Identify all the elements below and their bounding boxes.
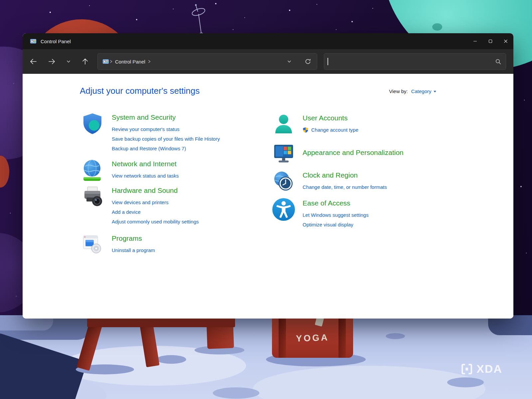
category-clock-and-region: Clock and Region Change date, time, or n… bbox=[271, 170, 387, 194]
link-let-windows-suggest[interactable]: Let Windows suggest settings bbox=[303, 210, 368, 220]
maximize-icon bbox=[488, 39, 492, 43]
category-title-user-accounts[interactable]: User Accounts bbox=[303, 113, 358, 123]
link-add-device[interactable]: Add a device bbox=[112, 207, 199, 217]
close-icon bbox=[504, 39, 508, 43]
category-user-accounts: User Accounts Change account type bbox=[271, 112, 358, 136]
category-system-and-security: System and Security Review your computer… bbox=[80, 112, 220, 153]
search-box[interactable] bbox=[324, 53, 506, 70]
programs-window-disc-icon[interactable] bbox=[80, 233, 105, 257]
breadcrumb-chevron-icon[interactable] bbox=[109, 60, 113, 64]
link-change-account-type[interactable]: Change account type bbox=[311, 125, 358, 135]
back-button[interactable] bbox=[27, 55, 40, 68]
category-title-appearance[interactable]: Appearance and Personalization bbox=[303, 148, 404, 158]
dropdown-caret-icon bbox=[434, 91, 436, 92]
view-by-value: Category bbox=[411, 88, 431, 94]
uac-shield-icon bbox=[303, 127, 309, 133]
up-button[interactable] bbox=[78, 55, 92, 68]
ease-of-access-person-icon[interactable] bbox=[271, 198, 296, 221]
link-uninstall-program[interactable]: Uninstall a program bbox=[112, 245, 155, 255]
minimize-button[interactable] bbox=[467, 33, 483, 49]
forward-icon bbox=[48, 58, 56, 65]
ground-spot bbox=[156, 355, 186, 364]
breadcrumb-item-control-panel[interactable]: Control Panel bbox=[115, 59, 145, 65]
suitcase-strap bbox=[279, 313, 286, 358]
address-bar[interactable]: Control Panel bbox=[97, 53, 317, 70]
xda-watermark-text: XDA bbox=[476, 362, 502, 375]
ground-spot bbox=[213, 387, 259, 399]
view-by-control: View by: Category bbox=[389, 88, 436, 94]
forward-button[interactable] bbox=[45, 55, 59, 68]
link-backup-restore[interactable]: Backup and Restore (Windows 7) bbox=[112, 144, 220, 153]
red-suitcase: YOGA bbox=[272, 313, 353, 358]
control-panel-home: Adjust your computer's settings View by:… bbox=[23, 74, 513, 319]
back-icon bbox=[30, 58, 37, 65]
hardware-printer-icon[interactable] bbox=[80, 185, 105, 209]
ground-spot bbox=[386, 333, 405, 339]
xda-logo-icon bbox=[461, 363, 473, 375]
link-file-history[interactable]: Save backup copies of your files with Fi… bbox=[112, 134, 220, 144]
category-title-system-security[interactable]: System and Security bbox=[112, 112, 220, 122]
page-title: Adjust your computer's settings bbox=[80, 86, 200, 96]
clock-globe-icon[interactable] bbox=[271, 170, 296, 194]
category-title-ease-of-access[interactable]: Ease of Access bbox=[303, 198, 368, 208]
window-title: Control Panel bbox=[41, 39, 71, 44]
suitcase-brand-label: YOGA bbox=[296, 332, 330, 344]
category-title-clock-region[interactable]: Clock and Region bbox=[303, 170, 387, 180]
control-panel-icon bbox=[30, 38, 37, 45]
category-ease-of-access: Ease of Access Let Windows suggest setti… bbox=[271, 198, 368, 229]
link-change-date-time-formats[interactable]: Change date, time, or number formats bbox=[303, 182, 387, 192]
desktop: YOGA XDA Control Panel bbox=[0, 0, 532, 399]
link-optimize-visual-display[interactable]: Optimize visual display bbox=[303, 220, 368, 229]
link-review-computer-status[interactable]: Review your computer's status bbox=[112, 124, 220, 134]
xda-watermark: XDA bbox=[461, 362, 502, 375]
user-accounts-person-icon[interactable] bbox=[271, 112, 296, 136]
category-hardware-and-sound: Hardware and Sound View devices and prin… bbox=[80, 185, 199, 226]
link-mobility-settings[interactable]: Adjust commonly used mobility settings bbox=[112, 217, 199, 226]
view-by-dropdown[interactable]: Category bbox=[411, 88, 436, 94]
control-panel-icon[interactable] bbox=[102, 58, 109, 65]
close-button[interactable] bbox=[498, 33, 513, 49]
system-security-shield-icon[interactable] bbox=[80, 112, 105, 136]
ground-spot bbox=[447, 377, 484, 387]
maximize-button[interactable] bbox=[483, 33, 498, 49]
refresh-icon bbox=[305, 59, 311, 65]
category-title-hardware-sound[interactable]: Hardware and Sound bbox=[112, 186, 199, 196]
recent-locations-button[interactable] bbox=[64, 55, 73, 68]
view-by-label: View by: bbox=[389, 88, 408, 94]
control-panel-window: Control Panel bbox=[23, 33, 513, 319]
address-dropdown-button[interactable] bbox=[284, 56, 295, 67]
window-controls bbox=[467, 33, 513, 49]
red-planet-sliver bbox=[0, 156, 9, 188]
up-arrow-icon bbox=[81, 58, 89, 65]
breadcrumb-chevron-icon[interactable] bbox=[147, 60, 151, 64]
category-network-and-internet: Network and Internet View network status… bbox=[80, 158, 179, 182]
change-account-type-row: Change account type bbox=[303, 125, 358, 135]
suitcase-strap bbox=[338, 313, 346, 358]
chevron-down-icon bbox=[287, 59, 292, 64]
category-title-network-internet[interactable]: Network and Internet bbox=[112, 159, 179, 169]
titlebar[interactable]: Control Panel bbox=[23, 33, 513, 49]
appearance-monitor-icon[interactable] bbox=[271, 142, 296, 166]
network-globe-icon[interactable] bbox=[80, 158, 105, 182]
address-bar-actions bbox=[284, 56, 314, 67]
stars bbox=[0, 0, 1, 1]
link-view-devices-printers[interactable]: View devices and printers bbox=[112, 198, 199, 207]
refresh-button[interactable] bbox=[302, 56, 314, 67]
planet-crater bbox=[432, 23, 442, 31]
category-appearance-personalization: Appearance and Personalization bbox=[271, 142, 404, 166]
minimize-icon bbox=[473, 39, 477, 43]
link-view-network-status[interactable]: View network status and tasks bbox=[112, 171, 179, 181]
search-input[interactable] bbox=[328, 59, 495, 65]
navigation-toolbar: Control Panel bbox=[23, 49, 513, 74]
category-programs: Programs Uninstall a program bbox=[80, 233, 155, 257]
satellite-doodle bbox=[178, 3, 221, 37]
search-icon[interactable] bbox=[495, 59, 501, 65]
category-title-programs[interactable]: Programs bbox=[112, 233, 155, 243]
chevron-down-icon bbox=[66, 59, 71, 64]
